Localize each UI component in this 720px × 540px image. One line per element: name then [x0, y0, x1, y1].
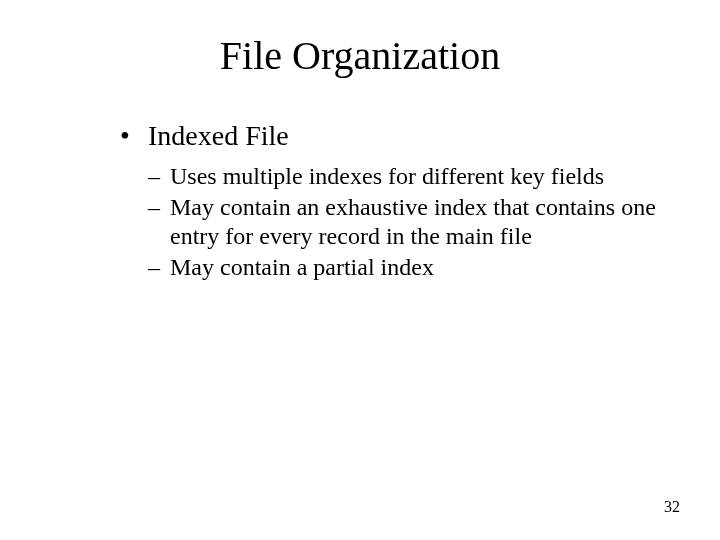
sub-bullet: – Uses multiple indexes for different ke…: [148, 162, 660, 191]
dash-icon: –: [148, 253, 170, 282]
sub-bullet-text: Uses multiple indexes for different key …: [170, 162, 660, 191]
sub-bullet-text: May contain a partial index: [170, 253, 660, 282]
slide-title: File Organization: [0, 32, 720, 79]
dash-icon: –: [148, 162, 170, 191]
bullet-level1-text: Indexed File: [148, 120, 289, 152]
sub-bullets: – Uses multiple indexes for different ke…: [148, 162, 660, 281]
bullet-level1: • Indexed File: [120, 120, 660, 152]
sub-bullet-text: May contain an exhaustive index that con…: [170, 193, 660, 251]
slide-body: • Indexed File – Uses multiple indexes f…: [120, 120, 660, 283]
sub-bullet: – May contain a partial index: [148, 253, 660, 282]
dash-icon: –: [148, 193, 170, 251]
sub-bullet: – May contain an exhaustive index that c…: [148, 193, 660, 251]
slide: File Organization • Indexed File – Uses …: [0, 0, 720, 540]
page-number: 32: [664, 498, 680, 516]
bullet-dot-icon: •: [120, 120, 148, 152]
